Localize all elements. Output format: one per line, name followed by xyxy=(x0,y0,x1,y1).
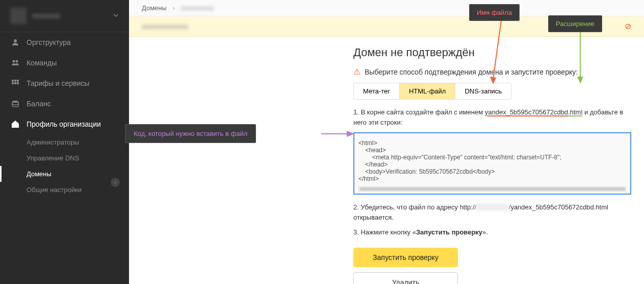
tab-dns[interactable]: DNS-запись xyxy=(455,83,511,99)
sub-label: Домены xyxy=(27,170,51,178)
chevron-right-icon: › xyxy=(173,4,175,12)
nav-label: Профиль организации xyxy=(27,120,101,128)
svg-point-0 xyxy=(14,39,17,42)
breadcrumb-root[interactable]: Домены xyxy=(142,4,167,12)
sub-label: Общие настройки xyxy=(27,186,82,194)
home-icon xyxy=(10,119,20,129)
callout-filename: Имя файла xyxy=(469,4,520,21)
svg-marker-15 xyxy=(347,131,354,137)
verification-tabs: Мета-тег HTML-файл DNS-запись xyxy=(353,83,511,100)
user-icon xyxy=(10,37,20,48)
org-name: xxxxxxx xyxy=(32,11,113,20)
warning-text: xxxxxxxxxxxxx xyxy=(142,22,188,31)
arrow-purple-icon xyxy=(321,128,354,139)
tab-meta[interactable]: Мета-тег xyxy=(354,83,400,99)
svg-point-1 xyxy=(13,60,15,63)
grid-icon xyxy=(10,78,20,88)
sub-label: Управление DNS xyxy=(27,154,79,162)
arrow-green-icon xyxy=(578,32,583,86)
arrow-red-icon xyxy=(492,20,502,87)
sidebar-subitem-general[interactable]: Общие настройки xyxy=(0,182,129,198)
svg-rect-7 xyxy=(14,82,16,84)
wallet-icon xyxy=(10,99,20,109)
code-content: <html> <head> <meta http-equiv="Content-… xyxy=(358,139,626,182)
team-icon xyxy=(10,58,20,68)
sidebar-subitem-domains[interactable]: Домены + xyxy=(0,166,129,182)
org-avatar xyxy=(10,8,27,24)
svg-point-9 xyxy=(12,101,18,103)
filename-stem: yandex_5b595c705672cdbd xyxy=(485,108,568,116)
svg-point-2 xyxy=(16,60,18,63)
svg-rect-6 xyxy=(12,82,14,84)
chevron-down-icon xyxy=(113,11,119,20)
breadcrumb: Домены › xxxxxxxxxx xyxy=(129,0,644,16)
step2-domain-blur xyxy=(476,203,509,211)
step-2: 2. Убедитесь, что файл по адресу http://… xyxy=(353,202,631,222)
svg-rect-8 xyxy=(17,82,19,84)
breadcrumb-current: xxxxxxxxxx xyxy=(181,4,214,12)
step-3: 3. Нажмите кнопку «Запустить проверку». xyxy=(353,227,631,238)
delete-button[interactable]: Удалить xyxy=(353,272,458,285)
svg-rect-5 xyxy=(17,80,19,82)
nav-label: Команды xyxy=(27,59,57,67)
alert-text: Выберите способ подтверждения домена и з… xyxy=(365,68,578,76)
tab-html[interactable]: HTML-файл xyxy=(400,83,456,99)
run-check-button[interactable]: Запустить проверку xyxy=(353,248,458,267)
nav-label: Тарифы и сервисы xyxy=(27,79,89,87)
step3-bold: Запустить проверку xyxy=(416,228,482,236)
step1-prefix: 1. В корне сайта создайте файл с именем xyxy=(353,108,485,116)
svg-line-10 xyxy=(493,20,501,79)
sidebar-item-balance[interactable]: Баланс xyxy=(0,93,129,114)
code-box[interactable]: <html> <head> <meta http-equiv="Content-… xyxy=(353,132,631,195)
alert-icon: ⚠ xyxy=(353,67,360,77)
nav-label: Баланс xyxy=(27,100,51,108)
step3-prefix: 3. Нажмите кнопку « xyxy=(353,228,416,236)
warning-icon: ⊘ xyxy=(625,21,631,31)
sidebar: xxxxxxx Оргструктура Команды Тарифы и се… xyxy=(0,0,129,284)
callout-code: Код, который нужно вставить в файл xyxy=(125,124,256,143)
horizontal-scrollbar[interactable] xyxy=(358,186,626,192)
nav-label: Оргструктура xyxy=(27,38,71,46)
callout-extension: Расширение xyxy=(548,15,602,32)
step3-suffix: ». xyxy=(482,228,488,236)
sidebar-subitem-admins[interactable]: Администраторы xyxy=(0,134,129,150)
org-selector[interactable]: xxxxxxx xyxy=(0,0,129,32)
filename-ext: .html xyxy=(568,108,582,116)
svg-rect-3 xyxy=(12,80,14,82)
svg-rect-4 xyxy=(14,80,16,82)
sidebar-item-tariffs[interactable]: Тарифы и сервисы xyxy=(0,73,129,93)
scrollbar-thumb[interactable] xyxy=(360,187,625,191)
svg-marker-13 xyxy=(577,77,583,84)
sub-label: Администраторы xyxy=(27,138,79,146)
sidebar-subitem-dns[interactable]: Управление DNS xyxy=(0,150,129,166)
sidebar-item-orgstructure[interactable]: Оргструктура xyxy=(0,32,129,53)
step-1: 1. В корне сайта создайте файл с именем … xyxy=(353,107,631,127)
sidebar-item-profile[interactable]: Профиль организации xyxy=(0,114,129,134)
sidebar-item-teams[interactable]: Команды xyxy=(0,53,129,73)
step2-prefix: 2. Убедитесь, что файл по адресу http:// xyxy=(353,203,476,211)
